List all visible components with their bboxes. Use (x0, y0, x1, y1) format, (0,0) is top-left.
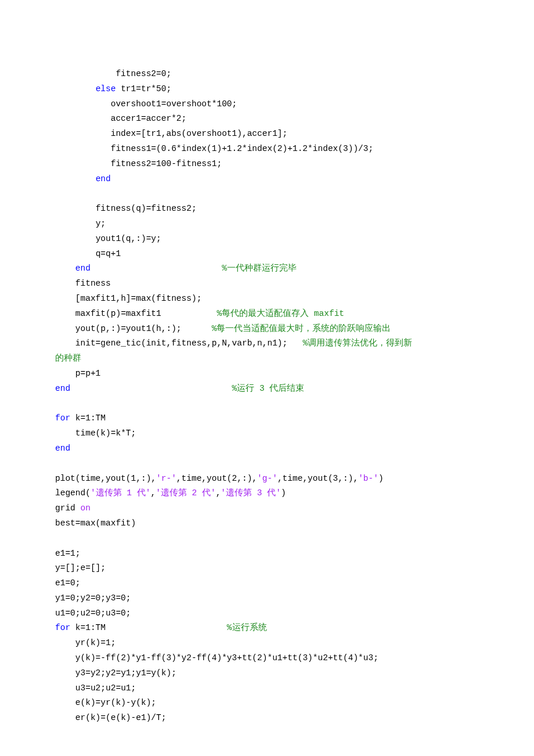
code-text: legend( (55, 488, 91, 498)
code-text: ) (378, 474, 384, 483)
code-text: yout(p,:)=yout1(h,:); (75, 324, 212, 333)
code-text: [maxfit1,h]=max(fitness); (75, 294, 202, 303)
keyword: end (75, 264, 91, 273)
code-text: init=gene_tic(init,fitness,p,N,varb,n,n1… (75, 339, 303, 348)
code-text (70, 384, 232, 393)
code-text: tr1=tr*50; (116, 84, 171, 93)
string: 'r-' (156, 474, 176, 483)
code-line: best=max(maxfit) (55, 516, 479, 531)
code-text: y1=0;y2=0;y3=0; (55, 593, 131, 603)
code-text: e1=0; (55, 578, 81, 588)
code-text: er(k)=(e(k)-e1)/T; (75, 713, 167, 722)
code-text: k=1:TM (70, 623, 227, 632)
code-text: , (150, 488, 156, 498)
code-line: fitness1=(0.6*index(1)+1.2*index(2)+1.2*… (55, 142, 479, 157)
code-text: u3=u2;u2=u1; (75, 683, 136, 693)
code-line: y(k)=-ff(2)*y1-ff(3)*y2-ff(4)*y3+tt(2)*u… (55, 651, 479, 666)
code-text: fitness2=100-fitness1; (111, 159, 222, 168)
code-text: y(k)=-ff(2)*y1-ff(3)*y2-ff(4)*y3+tt(2)*u… (75, 653, 378, 663)
code-line: y; (55, 217, 479, 232)
code-line: fitness (55, 276, 479, 291)
code-line: e1=1; (55, 546, 479, 561)
code-line: e1=0; (55, 576, 479, 591)
keyword: end (55, 384, 70, 393)
code-text: ) (281, 488, 286, 498)
code-line: e(k)=yr(k)-y(k); (55, 696, 479, 711)
code-text: best=max(maxfit) (55, 519, 136, 528)
comment: %每一代当适配值最大时，系统的阶跃响应输出 (212, 324, 391, 333)
code-line: time(k)=k*T; (55, 426, 479, 441)
code-text: accer1=accer*2; (111, 114, 187, 123)
string: 'g-' (257, 474, 277, 483)
comment: %运行系统 (227, 623, 267, 632)
code-line: u3=u2;u2=u1; (55, 681, 479, 696)
string: 'b-' (358, 474, 378, 483)
code-line: fitness2=0; (55, 67, 479, 82)
code-text: y; (96, 219, 106, 228)
code-text: yr(k)=1; (75, 638, 116, 647)
code-line: plot(time,yout(1,:),'r-',time,yout(2,:),… (55, 471, 479, 487)
code-line: accer1=accer*2; (55, 111, 479, 127)
code-line: maxfit(p)=maxfit1 %每代的最大适配值存入 maxfit (55, 307, 479, 322)
comment: %调用遗传算法优化，得到新 (302, 339, 412, 348)
code-text: fitness(q)=fitness2; (96, 204, 197, 213)
code-text: ,time,yout(3,:), (277, 474, 358, 483)
code-text: plot(time,yout(1,:), (55, 474, 156, 483)
code-text: y=[];e=[]; (55, 563, 106, 573)
code-line: for k=1:TM %运行系统 (55, 621, 479, 636)
string: '遗传第 1 代' (91, 488, 151, 498)
code-line: er(k)=(e(k)-e1)/T; (55, 711, 479, 726)
comment: %每代的最大适配值存入 maxfit (217, 309, 344, 318)
keyword: else (96, 84, 116, 93)
string: '遗传第 3 代' (221, 488, 281, 498)
code-line: grid on (55, 501, 479, 516)
code-line: for k=1:TM (55, 411, 479, 426)
code-line: index=[tr1,abs(overshoot1),accer1]; (55, 127, 479, 142)
comment: %一代种群运行完毕 (222, 264, 297, 273)
code-line: end %运行 3 代后结束 (55, 381, 479, 397)
code-line: y=[];e=[]; (55, 561, 479, 576)
code-line: yr(k)=1; (55, 636, 479, 651)
code-text: ,time,yout(2,:), (176, 474, 257, 483)
comment: 的种群 (55, 354, 81, 363)
string: on (81, 503, 91, 513)
code-text: overshoot1=overshoot*100; (111, 99, 237, 109)
code-text: q=q+1 (96, 249, 121, 258)
code-line: init=gene_tic(init,fitness,p,N,varb,n,n1… (55, 336, 479, 351)
code-line: u1=0;u2=0;u3=0; (55, 606, 479, 621)
code-line: yout1(q,:)=y; (55, 232, 479, 247)
code-text: y3=y2;y2=y1;y1=y(k); (75, 668, 176, 678)
code-text: e1=1; (55, 549, 81, 558)
code-line: y1=0;y2=0;y3=0; (55, 591, 479, 606)
code-line: q=q+1 (55, 247, 479, 262)
code-text: fitness1=(0.6*index(1)+1.2*index(2)+1.2*… (111, 144, 373, 153)
comment: %运行 3 代后结束 (232, 384, 305, 393)
code-line: end (55, 441, 479, 456)
code-line: yout(p,:)=yout1(h,:); %每一代当适配值最大时，系统的阶跃响… (55, 322, 479, 337)
code-line: overshoot1=overshoot*100; (55, 97, 479, 112)
code-text: e(k)=yr(k)-y(k); (75, 698, 156, 707)
code-line: legend('遗传第 1 代','遗传第 2 代','遗传第 3 代') (55, 486, 479, 501)
code-line: [maxfit1,h]=max(fitness); (55, 291, 479, 307)
code-text (91, 264, 222, 273)
code-line (55, 186, 479, 201)
code-line: else tr1=tr*50; (55, 82, 479, 97)
code-page: fitness2=0; else tr1=tr*50; overshoot1=o… (0, 0, 534, 756)
code-text: yout1(q,:)=y; (96, 234, 161, 243)
code-text: k=1:TM (70, 413, 106, 423)
code-text: u1=0;u2=0;u3=0; (55, 609, 131, 618)
code-line (55, 456, 479, 471)
code-line: fitness2=100-fitness1; (55, 157, 479, 172)
code-line (55, 531, 479, 546)
code-text: grid (55, 503, 81, 513)
code-line: end (55, 172, 479, 187)
code-line: 的种群 (55, 351, 479, 366)
keyword: for (55, 623, 70, 632)
keyword: for (55, 413, 70, 423)
code-line: p=p+1 (55, 366, 479, 381)
code-line: y3=y2;y2=y1;y1=y(k); (55, 666, 479, 681)
code-text: fitness (75, 279, 111, 288)
string: '遗传第 2 代' (156, 488, 216, 498)
code-text: p=p+1 (75, 369, 101, 378)
code-line: fitness(q)=fitness2; (55, 201, 479, 217)
